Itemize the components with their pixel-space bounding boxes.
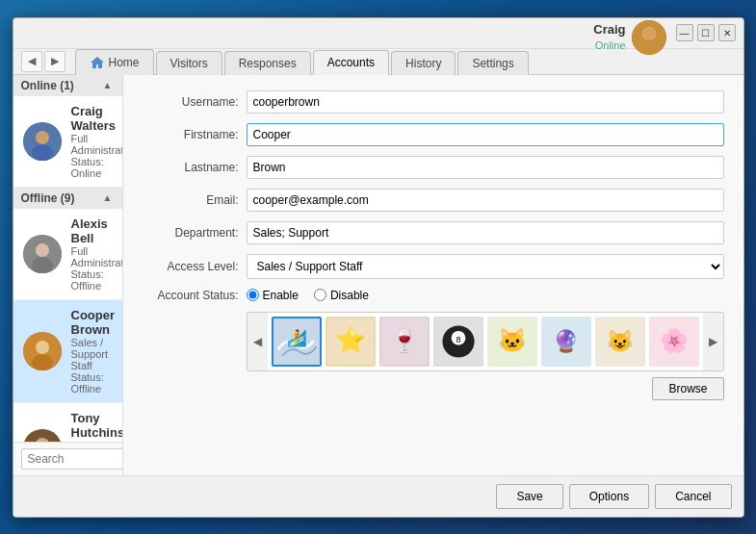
avatar-option[interactable]: 🍷 [379, 317, 430, 367]
firstname-row: Firstname: [143, 123, 724, 146]
svg-point-8 [36, 243, 49, 257]
tab-settings-label: Settings [472, 57, 513, 70]
list-item[interactable]: Tony Hutchinson Full Administrator Statu… [13, 403, 122, 442]
offline-section-label: Offline (9) [21, 191, 75, 205]
tab-visitors[interactable]: Visitors [156, 51, 222, 75]
avatar [23, 332, 62, 370]
user-name: Cooper Brown [71, 308, 113, 337]
avatar-option[interactable]: 🌸 [649, 317, 699, 367]
svg-text:🍷: 🍷 [390, 326, 419, 354]
user-name: Alexis Bell [71, 216, 113, 245]
close-button[interactable]: ✕ [718, 24, 736, 41]
browse-button[interactable]: Browse [652, 377, 723, 400]
browse-row: Browse [247, 377, 724, 400]
app-window: Craig Online — ☐ ✕ ◀ ▶ [13, 17, 744, 518]
disable-radio[interactable] [314, 289, 326, 301]
user-name: Craig Walters [71, 104, 113, 133]
cancel-button[interactable]: Cancel [655, 484, 731, 509]
firstname-field[interactable] [247, 123, 724, 146]
svg-point-5 [36, 131, 49, 144]
options-button[interactable]: Options [569, 484, 649, 509]
main-content: Online (1) ▲ Craig Walt [13, 75, 743, 475]
svg-point-3 [643, 28, 655, 39]
username-label: Username: [143, 95, 239, 109]
tab-home[interactable]: Home [75, 49, 154, 75]
tab-accounts[interactable]: Accounts [313, 50, 389, 75]
list-item[interactable]: Cooper Brown Sales / Support Staff Statu… [13, 300, 122, 403]
forward-button[interactable]: ▶ [44, 51, 65, 72]
svg-text:😺: 😺 [607, 328, 634, 354]
svg-point-2 [639, 39, 659, 55]
avatar-option[interactable]: 🐱 [487, 317, 537, 367]
user-role: Sales / Support Staff [71, 337, 113, 371]
avatar-option[interactable]: ⭐ [326, 317, 376, 367]
status-radio-group: Enable Disable [247, 289, 369, 302]
lastname-row: Lastname: [143, 156, 724, 179]
user-role: Full Administrator [71, 133, 113, 156]
detail-panel: Username: Firstname: Lastname: Email: De… [123, 75, 743, 475]
email-row: Email: [143, 189, 724, 212]
titlebar-user-info: Craig Online [593, 20, 665, 55]
disable-label: Disable [330, 289, 369, 302]
footer-buttons: Save Options Cancel [13, 475, 743, 517]
avatar-option[interactable]: 🏄 [272, 317, 322, 367]
tab-home-label: Home [109, 56, 140, 69]
tab-responses-label: Responses [239, 57, 297, 70]
access-level-label: Access Level: [143, 260, 239, 273]
minimize-button[interactable]: — [676, 24, 693, 41]
account-status-row: Account Status: Enable Disable [143, 289, 724, 302]
avatar-option[interactable]: 🔮 [541, 317, 591, 367]
user-info: Tony Hutchinson Full Administrator Statu… [71, 411, 113, 442]
avatar [23, 122, 62, 161]
collapse-online-btn[interactable]: ▲ [101, 80, 115, 90]
svg-text:🐱: 🐱 [498, 326, 527, 354]
save-button[interactable]: Save [496, 484, 562, 509]
access-level-row: Access Level: Full Administrator Sales /… [143, 254, 724, 279]
svg-point-11 [36, 341, 49, 354]
enable-radio[interactable] [247, 289, 259, 301]
sidebar-list: Online (1) ▲ Craig Walt [13, 75, 122, 442]
search-input[interactable] [21, 448, 123, 470]
disable-radio-label[interactable]: Disable [314, 289, 369, 302]
avatar-option[interactable]: 😺 [595, 317, 645, 367]
account-status-label: Account Status: [143, 289, 239, 302]
user-status: Status: Offline [71, 268, 113, 292]
collapse-offline-btn[interactable]: ▲ [101, 192, 115, 203]
tab-history-label: History [405, 57, 441, 70]
firstname-label: Firstname: [143, 128, 239, 141]
user-info: Alexis Bell Full Administrator Status: O… [71, 216, 113, 292]
tab-responses[interactable]: Responses [224, 51, 311, 75]
list-item[interactable]: Alexis Bell Full Administrator Status: O… [13, 209, 122, 300]
svg-text:🏄: 🏄 [286, 327, 306, 347]
section-controls: ▲ [101, 80, 115, 90]
user-info: Cooper Brown Sales / Support Staff Statu… [71, 308, 113, 394]
lastname-field[interactable] [247, 156, 724, 179]
avatar [23, 429, 62, 442]
user-name: Tony Hutchinson [71, 411, 113, 440]
offline-section-header: Offline (9) ▲ [13, 188, 122, 209]
lastname-label: Lastname: [143, 161, 239, 174]
avatar-next-button[interactable]: ▶ [703, 313, 723, 370]
titlebar: Craig Online — ☐ ✕ [13, 18, 743, 49]
tab-settings[interactable]: Settings [457, 51, 528, 75]
username-field[interactable] [247, 90, 724, 114]
department-field[interactable] [247, 221, 724, 244]
tab-history[interactable]: History [391, 51, 456, 75]
svg-text:🔮: 🔮 [553, 328, 580, 354]
access-level-select[interactable]: Full Administrator Sales / Support Staff… [247, 254, 724, 279]
enable-radio-label[interactable]: Enable [247, 289, 299, 302]
svg-text:🌸: 🌸 [660, 326, 689, 354]
user-info-text: Craig Online [593, 22, 625, 52]
online-section-header: Online (1) ▲ [13, 75, 122, 96]
list-item[interactable]: Craig Walters Full Administrator Status:… [13, 96, 122, 188]
avatar-prev-button[interactable]: ◀ [248, 313, 268, 370]
department-label: Department: [143, 226, 239, 240]
avatar-option[interactable]: 8 [433, 317, 483, 367]
back-button[interactable]: ◀ [21, 51, 42, 72]
enable-label: Enable [263, 289, 299, 302]
avatar-strip: ◀ 🏄 ⭐ [247, 312, 724, 371]
window-controls: — ☐ ✕ [676, 24, 736, 41]
maximize-button[interactable]: ☐ [697, 24, 715, 41]
tab-visitors-label: Visitors [170, 57, 208, 70]
email-field[interactable] [247, 189, 724, 212]
